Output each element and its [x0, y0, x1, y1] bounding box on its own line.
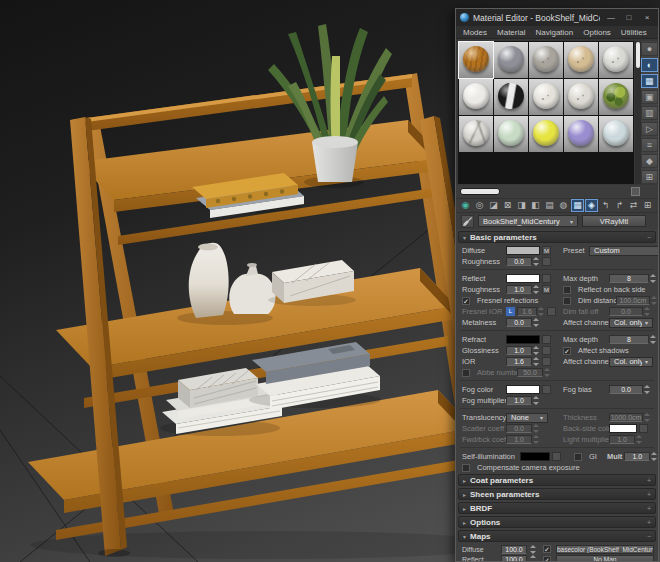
go-to-parent-icon[interactable]: ↰: [599, 199, 612, 212]
show-map-in-viewport-icon[interactable]: ▦: [571, 199, 584, 212]
fwd-bck-coeff-field[interactable]: 1.0: [506, 435, 532, 444]
metalness-field[interactable]: 0.0: [506, 318, 532, 327]
maximize-button[interactable]: □: [622, 13, 636, 22]
material-map-navigator-icon[interactable]: ⊞: [641, 170, 658, 184]
make-unique-icon[interactable]: ◧: [529, 199, 542, 212]
rollout-brdf[interactable]: ▸ BRDF +: [458, 502, 656, 514]
backlight-icon[interactable]: ◐: [641, 58, 658, 72]
sample-type-sphere-icon[interactable]: ●: [641, 42, 658, 56]
material-options-icon[interactable]: ⊞: [641, 199, 654, 212]
fresnel-ior-field[interactable]: 1.6: [517, 307, 537, 316]
reflect-roughness-field[interactable]: 1.0: [506, 285, 532, 294]
fog-bias-field[interactable]: 0.0: [609, 385, 643, 394]
max-depth-spinner[interactable]: [650, 274, 657, 283]
background-checker-icon[interactable]: ▦: [641, 74, 658, 88]
ior-map-button[interactable]: [542, 357, 551, 366]
fog-multiplier-field[interactable]: 1.0: [506, 396, 532, 405]
ior-field[interactable]: 1.6: [506, 357, 532, 366]
self-illumination-map-button[interactable]: [552, 452, 561, 461]
close-button[interactable]: ×: [640, 13, 654, 22]
material-sample-slot[interactable]: [564, 116, 598, 152]
glossiness-map-button[interactable]: [542, 346, 551, 355]
diffuse-color-swatch[interactable]: [506, 246, 540, 255]
fresnel-ior-map-button[interactable]: [547, 307, 556, 316]
dim-distance-checkbox[interactable]: [563, 297, 571, 305]
material-sample-slot[interactable]: [599, 79, 633, 115]
roughness-spinner[interactable]: [533, 257, 540, 266]
reflect-back-side-checkbox[interactable]: [563, 286, 571, 294]
reflect-roughness-spinner[interactable]: [533, 285, 540, 294]
back-side-color-swatch[interactable]: [609, 424, 637, 433]
map-amount-field[interactable]: 100.0: [501, 545, 527, 554]
map-enable-checkbox[interactable]: ✓: [543, 556, 551, 561]
show-end-result-icon[interactable]: ◈: [585, 199, 598, 212]
gi-checkbox[interactable]: [574, 453, 582, 461]
menu-utilities[interactable]: Utilities: [621, 28, 647, 37]
light-multiplier-field[interactable]: 1.0: [609, 435, 635, 444]
translucency-dropdown[interactable]: None ▾: [506, 413, 548, 423]
reflect-color-swatch[interactable]: [506, 274, 540, 283]
map-slot-button[interactable]: No Map: [556, 555, 654, 561]
preset-dropdown[interactable]: Custom ▾: [589, 246, 658, 256]
material-sample-slot[interactable]: [494, 79, 528, 115]
map-enable-checkbox[interactable]: ✓: [543, 545, 551, 553]
sample-uv-icon[interactable]: ⇄: [627, 199, 640, 212]
rollout-options[interactable]: ▸ Options +: [458, 516, 656, 528]
material-sample-slot[interactable]: [564, 42, 598, 78]
refract-map-button[interactable]: [542, 335, 551, 344]
slot-size-slider[interactable]: [460, 188, 500, 195]
reflect-roughness-map-button[interactable]: M: [542, 285, 551, 294]
roughness-map-button[interactable]: [542, 257, 551, 266]
minimize-button[interactable]: —: [604, 13, 618, 22]
material-id-channel-icon[interactable]: ◍: [557, 199, 570, 212]
menu-options[interactable]: Options: [583, 28, 611, 37]
map-amount-field[interactable]: 100.0: [501, 555, 527, 561]
slot-corner-box[interactable]: [631, 187, 640, 196]
diffuse-map-button[interactable]: M: [542, 246, 551, 255]
thickness-field[interactable]: 1000.0cm: [609, 413, 643, 422]
affect-channels-dropdown[interactable]: Col. only ▾: [609, 318, 653, 328]
compensate-exposure-checkbox[interactable]: [462, 464, 470, 472]
video-color-check-icon[interactable]: ▥: [641, 106, 658, 120]
put-to-library-icon[interactable]: ▤: [543, 199, 556, 212]
reflect-map-button[interactable]: [542, 274, 551, 283]
metalness-spinner[interactable]: [533, 318, 540, 327]
abbe-number-checkbox[interactable]: [462, 369, 470, 377]
menu-modes[interactable]: Modes: [463, 28, 487, 37]
roughness-field[interactable]: 0.0: [506, 257, 532, 266]
fog-color-map-button[interactable]: [542, 385, 551, 394]
options-icon[interactable]: ≡: [641, 138, 658, 152]
scatter-coeff-field[interactable]: 0.0: [506, 424, 532, 433]
slot-scrollbar[interactable]: [635, 41, 641, 184]
select-by-material-icon[interactable]: ◆: [641, 154, 658, 168]
refract-max-depth-field[interactable]: 8: [609, 335, 649, 344]
rollout-maps[interactable]: ▾ Maps −: [458, 530, 656, 542]
affect-channels-2-dropdown[interactable]: Col. only ▾: [609, 357, 653, 367]
menu-navigation[interactable]: Navigation: [535, 28, 573, 37]
material-sample-slot[interactable]: [529, 116, 563, 152]
menu-material[interactable]: Material: [497, 28, 525, 37]
material-name-dropdown[interactable]: BookShelf_MidCentury ▾: [478, 215, 578, 227]
material-editor-titlebar[interactable]: Material Editor - BookShelf_MidCe... — □…: [456, 9, 658, 26]
material-sample-slot[interactable]: [459, 42, 493, 78]
make-material-copy-icon[interactable]: ◨: [515, 199, 528, 212]
put-material-to-scene-icon[interactable]: ◎: [473, 199, 486, 212]
self-illumination-swatch[interactable]: [520, 452, 550, 461]
fresnel-ior-lock-icon[interactable]: L: [506, 307, 515, 316]
material-sample-slot[interactable]: [564, 79, 598, 115]
fresnel-reflections-checkbox[interactable]: ✓: [462, 297, 470, 305]
material-sample-slot[interactable]: [459, 116, 493, 152]
pick-material-eyedropper[interactable]: [461, 215, 474, 228]
back-side-map-button[interactable]: [639, 424, 648, 433]
material-sample-slot[interactable]: [599, 116, 633, 152]
assign-material-to-selection-icon[interactable]: ◪: [487, 199, 500, 212]
affect-shadows-checkbox[interactable]: ✓: [563, 347, 571, 355]
go-forward-to-sibling-icon[interactable]: ↱: [613, 199, 626, 212]
rollout-sheen-parameters[interactable]: ▸ Sheen parameters +: [458, 488, 656, 500]
material-sample-slot[interactable]: [459, 79, 493, 115]
material-sample-slot[interactable]: [529, 42, 563, 78]
max-depth-field[interactable]: 8: [609, 274, 649, 283]
make-preview-icon[interactable]: ▷: [641, 122, 658, 136]
rollout-basic-parameters[interactable]: ▾ Basic parameters −: [458, 231, 656, 243]
material-type-button[interactable]: VRayMtl: [582, 215, 646, 227]
